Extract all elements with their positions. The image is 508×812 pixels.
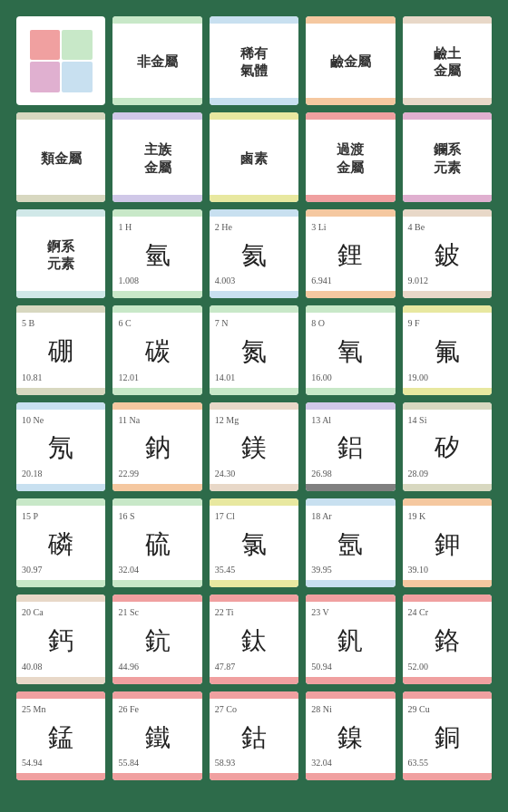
element-card[interactable]: 29 Cu銅63.55	[403, 691, 492, 780]
element-number-symbol: 25 Mn	[20, 704, 45, 715]
category-card: 鹵素	[210, 112, 298, 201]
element-kanji: 銅	[406, 717, 488, 758]
element-number-symbol: 14 Si	[406, 415, 427, 426]
element-card[interactable]: 11 Na鈉22.99	[112, 402, 201, 491]
element-weight: 1.008	[116, 276, 198, 285]
element-kanji: 硫	[116, 524, 198, 565]
element-kanji: 氬	[309, 524, 391, 565]
element-card[interactable]: 17 Cl氯35.45	[210, 498, 298, 587]
element-card[interactable]: 24 Cr鉻52.00	[403, 594, 492, 683]
element-kanji: 氦	[213, 235, 295, 276]
category-card: 主族 金屬	[112, 112, 201, 201]
element-number-symbol: 28 Ni	[309, 704, 332, 715]
element-card[interactable]: 8 O氧16.00	[306, 305, 395, 394]
element-number-symbol: 18 Ar	[309, 511, 332, 522]
element-card[interactable]: 18 Ar氬39.95	[306, 498, 395, 587]
element-kanji: 鈉	[116, 428, 198, 469]
element-number-symbol: 3 Li	[309, 222, 326, 233]
category-label: 鹼土 金屬	[434, 45, 461, 81]
element-kanji: 鋁	[309, 428, 391, 469]
element-kanji: 磷	[20, 524, 102, 565]
element-card[interactable]: 6 C碳12.01	[112, 305, 201, 394]
element-kanji: 釩	[309, 620, 391, 661]
category-card: 鑭系 元素	[403, 112, 492, 201]
element-number-symbol: 16 S	[116, 511, 134, 522]
element-card[interactable]: 28 Ni鎳32.04	[306, 691, 395, 780]
element-card[interactable]: 1 H氫1.008	[112, 209, 201, 298]
category-label: 非金屬	[137, 53, 178, 72]
element-weight: 9.012	[406, 276, 488, 285]
element-kanji: 鐵	[116, 717, 198, 758]
element-kanji: 硼	[20, 331, 102, 372]
element-number-symbol: 24 Cr	[406, 607, 429, 618]
element-number-symbol: 13 Al	[309, 415, 331, 426]
element-card[interactable]: 21 Sc鈧44.96	[112, 594, 201, 683]
element-number-symbol: 29 Cu	[406, 704, 430, 715]
element-kanji: 鉀	[406, 524, 488, 565]
element-weight: 30.97	[20, 565, 102, 575]
element-card[interactable]: 5 B硼10.81	[16, 305, 105, 394]
element-card[interactable]: 15 P磷30.97	[16, 498, 105, 587]
element-weight: 28.09	[406, 469, 488, 478]
element-card[interactable]: 4 Be鈹9.012	[403, 209, 492, 298]
element-weight: 39.10	[406, 565, 488, 575]
element-kanji: 氟	[406, 331, 488, 372]
category-card: 鹼金屬	[306, 16, 395, 105]
element-card[interactable]: 7 N氮14.01	[210, 305, 298, 394]
element-card[interactable]: 10 Ne氖20.18	[16, 402, 105, 491]
element-kanji: 氯	[213, 524, 295, 565]
element-number-symbol: 17 Cl	[213, 511, 235, 522]
element-weight: 63.55	[406, 758, 488, 768]
element-number-symbol: 22 Ti	[213, 607, 234, 618]
element-weight: 10.81	[20, 372, 102, 382]
element-card[interactable]: 27 Co鈷58.93	[210, 691, 298, 780]
element-card[interactable]: 16 S硫32.04	[112, 498, 201, 587]
element-kanji: 氮	[213, 331, 295, 372]
element-card[interactable]: 23 V釩50.94	[306, 594, 395, 683]
element-card[interactable]: 9 F氟19.00	[403, 305, 492, 394]
element-card[interactable]: 19 K鉀39.10	[403, 498, 492, 587]
category-label: 錒系 元素	[47, 238, 74, 274]
element-number-symbol: 8 O	[309, 318, 325, 329]
element-weight: 20.18	[20, 469, 102, 478]
element-number-symbol: 11 Na	[116, 415, 140, 426]
element-card[interactable]: 2 He氦4.003	[210, 209, 298, 298]
element-card[interactable]: 20 Ca鈣40.08	[16, 594, 105, 683]
element-kanji: 鈹	[406, 235, 488, 276]
element-kanji: 鈷	[213, 717, 295, 758]
element-number-symbol: 12 Mg	[213, 415, 239, 426]
category-card: 錒系 元素	[16, 209, 105, 298]
element-weight: 12.01	[116, 372, 198, 382]
element-number-symbol: 4 Be	[406, 222, 425, 233]
element-weight: 50.94	[309, 662, 391, 672]
element-kanji: 氖	[20, 428, 102, 469]
element-card[interactable]: 13 Al鋁26.98	[306, 402, 395, 491]
element-weight: 26.98	[309, 469, 391, 478]
element-number-symbol: 23 V	[309, 607, 329, 618]
element-card[interactable]: 26 Fe鐵55.84	[112, 691, 201, 780]
element-weight: 39.95	[309, 565, 391, 575]
element-card[interactable]: 14 Si矽28.09	[403, 402, 492, 491]
element-card[interactable]: 12 Mg鎂24.30	[210, 402, 298, 491]
category-card: 鹼土 金屬	[403, 16, 492, 105]
element-card[interactable]: 25 Mn錳54.94	[16, 691, 105, 780]
element-kanji: 鎳	[309, 717, 391, 758]
element-kanji: 鈦	[213, 620, 295, 661]
element-weight: 47.87	[213, 662, 295, 672]
element-card[interactable]: 3 Li鋰6.941	[306, 209, 395, 298]
element-number-symbol: 10 Ne	[20, 415, 44, 426]
periodic-table: 非金屬稀有 氣體鹼金屬鹼土 金屬類金屬主族 金屬鹵素過渡 金屬鑭系 元素錒系 元…	[9, 9, 499, 788]
element-number-symbol: 26 Fe	[116, 704, 139, 715]
category-card: 稀有 氣體	[210, 16, 298, 105]
element-number-symbol: 20 Ca	[20, 607, 44, 618]
legend-icon-card	[16, 16, 105, 105]
element-kanji: 氧	[309, 331, 391, 372]
category-label: 過渡 金屬	[337, 141, 364, 177]
element-kanji: 矽	[406, 428, 488, 469]
element-weight: 24.30	[213, 469, 295, 478]
element-kanji: 鋰	[309, 235, 391, 276]
category-card: 非金屬	[112, 16, 201, 105]
element-card[interactable]: 22 Ti鈦47.87	[210, 594, 298, 683]
element-weight: 19.00	[406, 372, 488, 382]
category-card: 過渡 金屬	[306, 112, 395, 201]
